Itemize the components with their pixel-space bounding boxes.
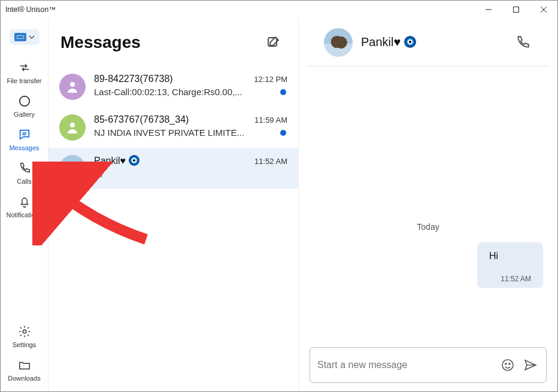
- unread-indicator: [280, 89, 286, 95]
- sidebar-item-gallery[interactable]: Gallery: [4, 90, 46, 121]
- avatar: [59, 74, 86, 100]
- conversation-time: 11:59 AM: [250, 116, 287, 124]
- downloads-icon: [17, 358, 32, 372]
- device-selector[interactable]: [10, 29, 40, 45]
- messages-icon: [17, 127, 32, 142]
- sidebar-item-label: Gallery: [14, 111, 35, 118]
- send-button[interactable]: [522, 357, 539, 373]
- call-button[interactable]: [513, 33, 532, 52]
- chat-avatar: [324, 28, 353, 57]
- sidebar-item-label: Settings: [13, 341, 37, 348]
- svg-point-10: [70, 123, 75, 127]
- maximize-button[interactable]: [502, 1, 530, 19]
- nazar-icon: [404, 36, 416, 48]
- conversation-item[interactable]: 85-673767(76738_34) 11:59 AM NJ INDIA IN…: [48, 107, 298, 148]
- chat-contact-name: Pankil♥: [361, 35, 416, 49]
- conversation-name: Pankil♥: [94, 155, 140, 166]
- sidebar: File transfer Gallery Messages Calls Not…: [1, 19, 48, 391]
- conversation-item[interactable]: Pankil♥ 11:52 AM Hi: [48, 148, 298, 189]
- settings-icon: [17, 324, 32, 339]
- close-button[interactable]: [530, 1, 557, 19]
- device-icon: [14, 33, 26, 41]
- window-title: Intel® Unison™: [5, 5, 56, 14]
- notifications-icon: [17, 195, 32, 209]
- conversation-preview: Hi: [94, 169, 102, 179]
- emoji-button[interactable]: [499, 357, 516, 373]
- message-text: Hi: [489, 251, 531, 262]
- avatar: [59, 114, 86, 141]
- messages-header: Messages: [60, 33, 141, 52]
- minimize-button[interactable]: [475, 1, 502, 19]
- conversation-time: 11:52 AM: [250, 157, 287, 166]
- svg-point-7: [23, 330, 26, 333]
- message-input[interactable]: [317, 360, 493, 370]
- message-time: 11:52 AM: [489, 275, 531, 283]
- sidebar-item-label: Notifications: [7, 211, 43, 218]
- svg-point-12: [505, 363, 507, 364]
- compose-button[interactable]: [265, 34, 281, 51]
- conversation-time: 12:12 PM: [249, 75, 287, 84]
- sidebar-item-label: Downloads: [8, 375, 40, 382]
- message-composer[interactable]: [310, 347, 547, 383]
- sidebar-item-downloads[interactable]: Downloads: [4, 354, 46, 385]
- sidebar-item-calls[interactable]: Calls: [4, 157, 46, 189]
- sidebar-item-label: File transfer: [7, 77, 41, 84]
- chat-panel: Pankil♥ Today Hi 11:52 AM: [299, 19, 557, 391]
- calls-icon: [17, 161, 32, 175]
- svg-point-11: [502, 360, 513, 370]
- conversation-preview: Last-Call:00:02:13, Charge:Rs0.00,...: [94, 87, 242, 97]
- file-transfer-icon: [17, 60, 32, 75]
- sidebar-item-label: Calls: [17, 178, 31, 185]
- day-separator: Today: [313, 222, 543, 232]
- conversation-item[interactable]: 89-842273(76738) 12:12 PM Last-Call:00:0…: [48, 66, 298, 107]
- sidebar-item-file-transfer[interactable]: File transfer: [4, 57, 46, 88]
- nazar-icon: [129, 155, 140, 166]
- sidebar-item-label: Messages: [9, 144, 39, 151]
- conversation-preview: NJ INDIA INVEST PRIVATE LIMITE...: [94, 127, 244, 138]
- sidebar-item-messages[interactable]: Messages: [4, 124, 46, 155]
- avatar: [59, 155, 86, 181]
- chevron-down-icon: [29, 34, 35, 40]
- outgoing-message: Hi 11:52 AM: [477, 242, 543, 288]
- sidebar-item-settings[interactable]: Settings: [4, 321, 46, 352]
- svg-rect-1: [514, 7, 519, 13]
- conversation-name: 89-842273(76738): [94, 74, 173, 84]
- sidebar-item-notifications[interactable]: Notifications: [4, 191, 46, 222]
- messages-panel: Messages 89-842273(76738) 12:12 PM Last-…: [48, 19, 299, 391]
- gallery-icon: [17, 94, 32, 108]
- conversation-name: 85-673767(76738_34): [94, 114, 189, 125]
- window-titlebar: Intel® Unison™: [1, 1, 557, 19]
- unread-indicator: [280, 130, 286, 136]
- svg-point-9: [70, 82, 75, 87]
- svg-point-13: [509, 363, 510, 364]
